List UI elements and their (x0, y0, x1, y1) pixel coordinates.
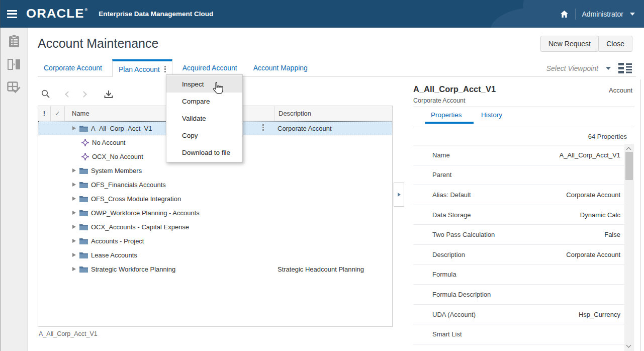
property-label: Description (413, 251, 465, 258)
property-row[interactable]: UDA (Account)Hsp_Currency (413, 305, 624, 325)
tree-row[interactable]: OWP_Workforce Planning - Accounts (38, 206, 392, 220)
sidebar-item-worklist[interactable] (0, 32, 28, 53)
download-icon[interactable] (104, 90, 113, 99)
tab-acquired-account[interactable]: Acquired Account (176, 59, 243, 76)
scroll-down-icon[interactable] (626, 343, 631, 348)
panel-expand-handle[interactable] (394, 183, 404, 207)
tab-plan-account[interactable]: Plan Account (112, 59, 172, 77)
tab-account-mapping[interactable]: Account Mapping (247, 59, 314, 76)
folder-icon (79, 167, 88, 174)
expand-arrow-icon[interactable] (72, 267, 76, 271)
row-menu-icon[interactable] (262, 124, 264, 131)
tree-row[interactable]: Strategic Workforce PlanningStrategic He… (38, 262, 392, 276)
close-button[interactable]: Close (598, 36, 632, 52)
tree-row[interactable]: System Members (38, 163, 392, 178)
tree-node-description: Corporate Account (278, 125, 332, 132)
property-label: Data Storage (413, 211, 471, 219)
top-bar: ORACLE® Enterprise Data Management Cloud… (0, 0, 644, 28)
view-tabs: Corporate AccountPlan AccountAcquired Ac… (38, 59, 636, 77)
app-root: ORACLE® Enterprise Data Management Cloud… (0, 0, 644, 351)
tab-history[interactable]: History (481, 111, 502, 119)
tree-row[interactable]: Lease Accounts (38, 248, 392, 262)
chevron-down-icon[interactable] (606, 67, 611, 70)
new-request-button[interactable]: New Request (540, 36, 599, 52)
menu-item-copy[interactable]: Copy (166, 127, 242, 144)
tree-node-name: Accounts - Project (91, 237, 144, 245)
tree-toolbar (41, 90, 113, 99)
active-tab-underline (425, 122, 474, 124)
property-row[interactable]: Alias: DefaultCorporate Account (413, 185, 624, 205)
scroll-up-icon[interactable] (626, 147, 631, 152)
property-value: Dynamic Calc (580, 211, 624, 219)
expand-arrow-icon[interactable] (72, 225, 76, 229)
left-navigation-rail (0, 28, 28, 351)
expand-arrow-icon[interactable] (72, 183, 76, 187)
tree-node-name: Strategic Workforce Planning (91, 266, 175, 273)
divider (575, 9, 576, 20)
property-row[interactable]: DescriptionCorporate Account (413, 245, 624, 265)
chevron-right-icon (398, 193, 401, 197)
properties-count: 64 Properties (588, 133, 627, 140)
user-menu-label[interactable]: Administrator (582, 10, 623, 18)
tree-node-name: Lease Accounts (91, 251, 137, 259)
property-row[interactable]: Formula Description (413, 285, 624, 305)
alert-column-header: ! (38, 106, 51, 121)
tree-row[interactable]: OCX_Accounts - Capital Expense (38, 220, 392, 234)
expand-arrow-icon[interactable] (72, 211, 76, 215)
tab-corporate-account[interactable]: Corporate Account (38, 59, 108, 76)
tab-properties[interactable]: Properties (431, 111, 462, 119)
expand-arrow-icon[interactable] (72, 197, 76, 201)
menu-item-validate[interactable]: Validate (166, 110, 242, 127)
menu-item-label: Compare (182, 98, 210, 105)
oracle-logo: ORACLE® (26, 7, 88, 21)
tree-row[interactable]: Accounts - Project (38, 234, 392, 248)
sidebar-item-compare[interactable] (0, 55, 28, 76)
tree-row[interactable]: OFS_Cross Module Integration (38, 192, 392, 206)
select-viewpoint-dropdown[interactable]: Select Viewpoint (546, 64, 598, 72)
tree-node-name: OCX_Accounts - Capital Expense (91, 223, 189, 231)
property-row[interactable]: Parent (413, 165, 624, 186)
inspector-node-title: A_All_Corp_Acct_V1 (413, 84, 496, 94)
forward-icon[interactable] (80, 91, 87, 98)
check-column-header: ✓ (51, 106, 65, 121)
menu-item-download-to-file[interactable]: Download to file (166, 144, 242, 161)
tree-node-description: Strategic Headcount Planning (278, 266, 364, 273)
tree-node-name: System Members (91, 167, 142, 174)
folder-icon (79, 224, 88, 230)
menu-item-label: Download to file (182, 149, 230, 156)
scrollbar-thumb[interactable] (625, 152, 633, 180)
property-row[interactable]: NameA_All_Corp_Acct_V1 (413, 145, 624, 165)
expand-arrow-icon[interactable] (72, 126, 76, 130)
chevron-down-icon[interactable] (630, 13, 635, 16)
property-label: Two Pass Calculation (413, 231, 495, 238)
property-value: A_All_Corp_Acct_V1 (560, 151, 624, 159)
properties-list: NameA_All_Corp_Acct_V1ParentAlias: Defau… (413, 145, 624, 344)
product-title: Enterprise Data Management Cloud (99, 10, 213, 18)
property-row[interactable]: Smart List (413, 324, 624, 344)
menu-item-label: Validate (182, 115, 206, 122)
sidebar-item-validate[interactable] (0, 78, 28, 99)
property-row[interactable]: Data StorageDynamic Calc (413, 205, 624, 225)
tree-row[interactable]: OFS_Financials Accounts (38, 178, 392, 192)
tree-node-name: OWP_Workforce Planning - Accounts (91, 209, 200, 217)
search-icon[interactable] (41, 90, 50, 99)
menu-item-compare[interactable]: Compare (166, 93, 242, 110)
expand-arrow-icon[interactable] (72, 239, 76, 243)
divider (413, 107, 634, 107)
properties-scrollbar[interactable] (624, 144, 634, 351)
home-icon[interactable] (560, 10, 569, 18)
property-row[interactable]: Two Pass CalculationFalse (413, 225, 624, 245)
description-column-header: Description (274, 106, 392, 121)
viewpoint-layout-icon[interactable] (618, 63, 632, 73)
property-row[interactable]: Formula (413, 265, 624, 285)
property-label: Formula (413, 271, 456, 278)
expand-arrow-icon[interactable] (72, 253, 76, 257)
hamburger-icon[interactable] (7, 8, 18, 20)
page-title: Account Maintenance (38, 36, 158, 51)
menu-item-label: Inspect (182, 80, 204, 88)
menu-item-inspect[interactable]: Inspect (166, 75, 242, 93)
tab-label: Acquired Account (182, 64, 237, 72)
back-icon[interactable] (65, 91, 71, 98)
expand-arrow-icon[interactable] (72, 168, 76, 172)
tab-menu-icon[interactable] (164, 66, 166, 72)
